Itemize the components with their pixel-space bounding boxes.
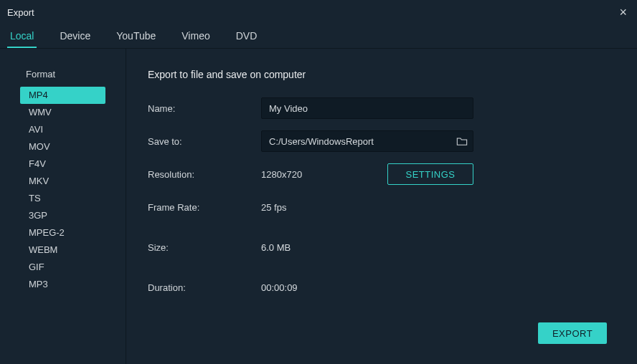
main-panel: Export to file and save on computer Name… <box>126 49 637 364</box>
format-item-mkv[interactable]: MKV <box>20 173 105 190</box>
row-resolution: Resolution: 1280x720 SETTINGS <box>148 163 473 185</box>
label-resolution: Resolution: <box>148 169 261 180</box>
tab-local[interactable]: Local <box>7 24 37 48</box>
format-item-gif[interactable]: GIF <box>20 259 105 276</box>
format-item-mp3[interactable]: MP3 <box>20 276 105 293</box>
tab-dvd[interactable]: DVD <box>233 24 260 48</box>
row-duration: Duration: 00:00:09 <box>148 277 615 298</box>
format-heading: Format <box>0 69 126 87</box>
row-size: Size: 6.0 MB <box>148 236 615 258</box>
label-duration: Duration: <box>148 282 261 293</box>
sidebar: Format MP4 WMV AVI MOV F4V MKV TS 3GP MP… <box>0 49 126 364</box>
format-item-avi[interactable]: AVI <box>20 121 105 138</box>
format-item-mov[interactable]: MOV <box>20 138 105 155</box>
format-item-mpeg2[interactable]: MPEG-2 <box>20 224 105 241</box>
label-size: Size: <box>148 242 261 253</box>
close-icon[interactable]: × <box>619 6 627 19</box>
row-framerate: Frame Rate: 25 fps <box>148 196 615 218</box>
label-saveto: Save to: <box>148 136 261 147</box>
format-item-3gp[interactable]: 3GP <box>20 207 105 224</box>
label-name: Name: <box>148 103 261 114</box>
name-input[interactable] <box>261 97 473 119</box>
format-item-ts[interactable]: TS <box>20 190 105 207</box>
saveto-input[interactable] <box>261 130 473 152</box>
label-framerate: Frame Rate: <box>148 202 261 213</box>
row-name: Name: <box>148 97 615 119</box>
value-framerate: 25 fps <box>261 202 286 213</box>
tab-device[interactable]: Device <box>57 24 93 48</box>
folder-icon[interactable] <box>456 136 468 146</box>
main-heading: Export to file and save on computer <box>148 69 615 80</box>
settings-button[interactable]: SETTINGS <box>387 163 473 185</box>
value-size: 6.0 MB <box>261 242 291 253</box>
value-resolution: 1280x720 <box>261 169 302 180</box>
format-item-mp4[interactable]: MP4 <box>20 87 105 104</box>
content: Format MP4 WMV AVI MOV F4V MKV TS 3GP MP… <box>0 49 637 364</box>
format-item-f4v[interactable]: F4V <box>20 155 105 173</box>
saveto-wrap <box>261 130 473 152</box>
format-item-webm[interactable]: WEBM <box>20 241 105 259</box>
row-saveto: Save to: <box>148 130 615 152</box>
export-button[interactable]: EXPORT <box>538 322 607 344</box>
window-title: Export <box>7 7 34 18</box>
tab-youtube[interactable]: YouTube <box>113 24 159 48</box>
tab-vimeo[interactable]: Vimeo <box>179 24 212 48</box>
tabs: Local Device YouTube Vimeo DVD <box>0 24 637 49</box>
format-item-wmv[interactable]: WMV <box>20 104 105 121</box>
titlebar: Export × <box>0 0 637 24</box>
value-duration: 00:00:09 <box>261 282 298 293</box>
